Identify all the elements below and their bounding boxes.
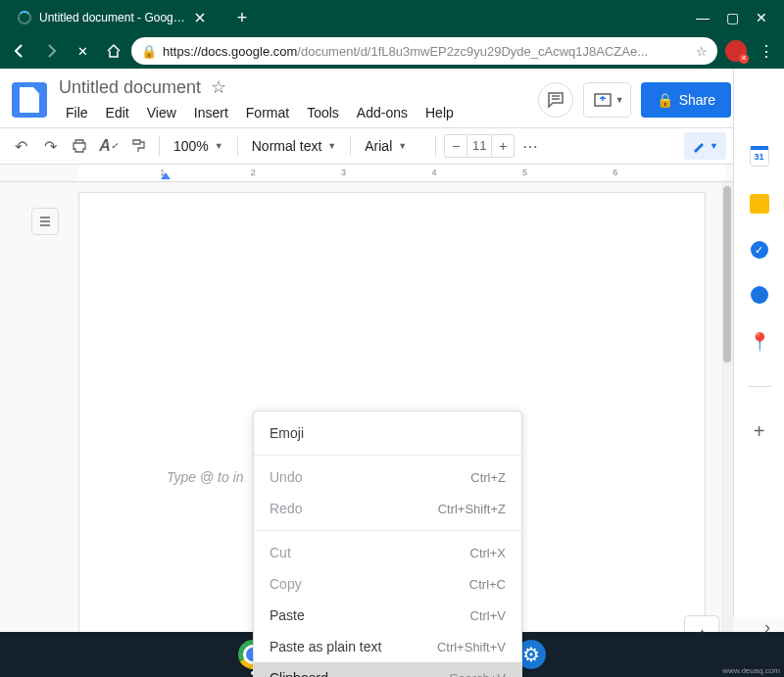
style-dropdown[interactable]: Normal text▼ — [246, 138, 343, 154]
cm-redo[interactable]: Redo Ctrl+Shift+Z — [254, 493, 521, 524]
extension-icon[interactable] — [725, 40, 747, 62]
redo-button[interactable]: ↷ — [37, 133, 63, 159]
home-button[interactable] — [100, 37, 127, 65]
ruler[interactable]: 1 2 3 4 5 6 — [0, 165, 784, 182]
menu-format[interactable]: Format — [239, 102, 296, 123]
close-window-icon[interactable]: ✕ — [747, 10, 776, 25]
menu-edit[interactable]: Edit — [99, 102, 136, 123]
browser-menu-button[interactable]: ⋮ — [755, 42, 778, 61]
keep-icon[interactable] — [750, 194, 769, 214]
menu-tools[interactable]: Tools — [300, 102, 346, 123]
present-button[interactable]: ▼ — [583, 82, 631, 118]
font-dropdown[interactable]: Arial▼ — [359, 138, 427, 154]
maximize-icon[interactable]: ▢ — [717, 10, 747, 25]
cm-cut[interactable]: Cut Ctrl+X — [254, 537, 521, 568]
url-path: /document/d/1fL8u3mwEP2zc9yu29Dyde_cAcwq… — [297, 44, 648, 59]
undo-button[interactable]: ↶ — [8, 133, 33, 159]
lock-icon: 🔒 — [657, 92, 673, 108]
watermark: www.deuaq.com — [722, 666, 780, 675]
toolbar: ↶ ↷ A✓ 100%▼ Normal text▼ Arial▼ − 11 + … — [0, 127, 784, 165]
share-button[interactable]: 🔒 Share — [641, 82, 731, 118]
back-button[interactable] — [6, 37, 33, 65]
cm-copy[interactable]: Copy Ctrl+C — [254, 568, 521, 600]
spellcheck-button[interactable]: A✓ — [96, 133, 122, 159]
minimize-icon[interactable]: — — [688, 10, 717, 25]
tab-title: Untitled document - Google Doc — [39, 11, 187, 24]
docs-header: Untitled document ☆ File Edit View Inser… — [0, 69, 784, 127]
url-domain: https://docs.google.com — [163, 44, 297, 59]
loading-spinner-icon — [18, 11, 31, 24]
tasks-icon[interactable]: ✓ — [751, 241, 768, 259]
address-bar: ✕ 🔒 https://docs.google.com /document/d/… — [0, 33, 784, 69]
sp-separator — [748, 386, 771, 387]
cm-undo[interactable]: Undo Ctrl+Z — [254, 461, 521, 493]
star-icon[interactable]: ☆ — [211, 76, 226, 98]
more-tools-button[interactable]: ⋯ — [522, 137, 540, 156]
lock-icon: 🔒 — [141, 44, 157, 59]
add-addon-button[interactable]: + — [754, 420, 765, 443]
bookmark-star-icon[interactable]: ☆ — [696, 44, 708, 59]
close-tab-icon[interactable] — [193, 11, 207, 24]
print-button[interactable] — [67, 133, 92, 159]
forward-button — [37, 37, 65, 65]
cm-clipboard[interactable]: Clipboard Search+V — [254, 662, 521, 677]
url-input[interactable]: 🔒 https://docs.google.com /document/d/1f… — [131, 37, 717, 65]
cm-paste-plain[interactable]: Paste as plain text Ctrl+Shift+V — [254, 631, 521, 662]
menu-file[interactable]: File — [59, 102, 95, 123]
vertical-scrollbar[interactable] — [721, 182, 733, 653]
placeholder-text: Type @ to in — [167, 469, 244, 485]
document-area: Type @ to in ✦ Emoji Undo Ctrl+Z Redo Ct… — [0, 182, 784, 677]
menu-view[interactable]: View — [140, 102, 183, 123]
decrease-font-button[interactable]: − — [445, 138, 466, 154]
browser-titlebar: Untitled document - Google Doc + — ▢ ✕ — [0, 0, 784, 33]
maps-icon[interactable]: 📍 — [749, 331, 770, 353]
context-menu: Emoji Undo Ctrl+Z Redo Ctrl+Shift+Z Cut … — [253, 411, 522, 677]
menu-help[interactable]: Help — [418, 102, 461, 123]
calendar-icon[interactable]: 31 — [750, 147, 769, 167]
cm-separator — [254, 455, 521, 456]
cm-separator — [254, 530, 521, 531]
menu-bar: File Edit View Insert Format Tools Add-o… — [59, 102, 461, 123]
menu-addons[interactable]: Add-ons — [350, 102, 415, 123]
menu-insert[interactable]: Insert — [187, 102, 235, 123]
increase-font-button[interactable]: + — [492, 138, 514, 154]
browser-tab[interactable]: Untitled document - Google Doc — [8, 2, 219, 33]
comments-button[interactable] — [538, 82, 573, 118]
cm-emoji[interactable]: Emoji — [254, 417, 521, 449]
stop-reload-button[interactable]: ✕ — [69, 37, 96, 65]
font-size-control: − 11 + — [444, 134, 514, 158]
editing-mode-button[interactable]: ▼ — [684, 132, 726, 160]
share-label: Share — [679, 92, 715, 108]
indent-marker-icon[interactable] — [161, 172, 171, 179]
document-title[interactable]: Untitled document — [59, 77, 201, 98]
cm-paste[interactable]: Paste Ctrl+V — [254, 600, 521, 631]
outline-toggle-button[interactable] — [31, 208, 59, 235]
font-size-value[interactable]: 11 — [466, 135, 492, 157]
contacts-icon[interactable]: 👤 — [751, 286, 768, 304]
zoom-dropdown[interactable]: 100%▼ — [168, 138, 229, 154]
docs-logo-icon[interactable] — [12, 82, 47, 118]
new-tab-button[interactable]: + — [228, 4, 256, 31]
side-panel: 31 ✓ 👤 📍 + — [733, 69, 784, 617]
paint-format-button[interactable] — [125, 133, 151, 159]
